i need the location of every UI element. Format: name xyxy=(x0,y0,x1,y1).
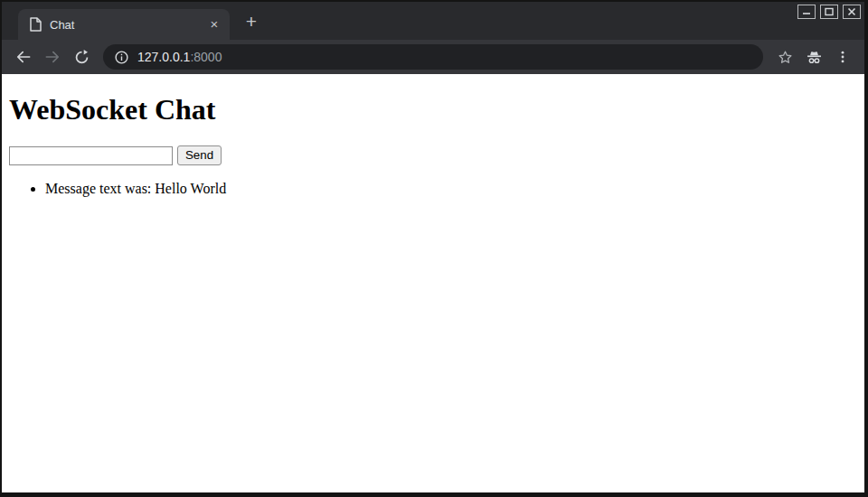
url-port: :8000 xyxy=(190,50,222,64)
tab-chat[interactable]: Chat × xyxy=(18,9,230,40)
send-button[interactable]: Send xyxy=(177,145,222,165)
close-icon xyxy=(847,7,856,16)
tab-title: Chat xyxy=(50,18,198,32)
chat-form: Send xyxy=(9,145,857,165)
forward-button[interactable] xyxy=(40,44,65,70)
address-bar[interactable]: 127.0.0.1:8000 xyxy=(103,44,763,70)
incognito-badge-icon xyxy=(801,44,826,70)
message-list: Message text was: Hello World xyxy=(9,180,857,197)
minimize-icon xyxy=(802,7,811,16)
tab-strip: Chat × + xyxy=(2,2,864,40)
browser-window: Chat × + xyxy=(0,0,868,497)
message-input[interactable] xyxy=(9,146,173,165)
url-text: 127.0.0.1:8000 xyxy=(137,50,222,64)
maximize-icon xyxy=(825,7,834,16)
back-button[interactable] xyxy=(11,44,36,70)
back-icon xyxy=(14,48,33,66)
forward-icon xyxy=(43,48,61,66)
window-controls xyxy=(797,5,861,19)
window-minimize-button[interactable] xyxy=(797,5,816,19)
page-favicon-icon xyxy=(29,17,42,32)
reload-icon xyxy=(73,49,90,66)
message-item: Message text was: Hello World xyxy=(45,180,857,197)
new-tab-button[interactable]: + xyxy=(239,10,264,35)
kebab-menu-icon xyxy=(835,49,851,65)
url-host: 127.0.0.1 xyxy=(137,50,190,64)
window-close-button[interactable] xyxy=(843,5,861,19)
browser-toolbar: 127.0.0.1:8000 xyxy=(2,40,864,74)
page-title: WebSocket Chat xyxy=(9,93,857,127)
bookmark-button[interactable] xyxy=(772,44,797,70)
tab-close-icon[interactable]: × xyxy=(206,16,222,33)
page-content: WebSocket Chat Send Message text was: He… xyxy=(2,74,864,492)
menu-button[interactable] xyxy=(830,44,855,70)
site-info-icon[interactable] xyxy=(114,50,129,65)
window-maximize-button[interactable] xyxy=(820,5,838,19)
reload-button[interactable] xyxy=(69,44,94,70)
star-icon xyxy=(777,49,794,66)
